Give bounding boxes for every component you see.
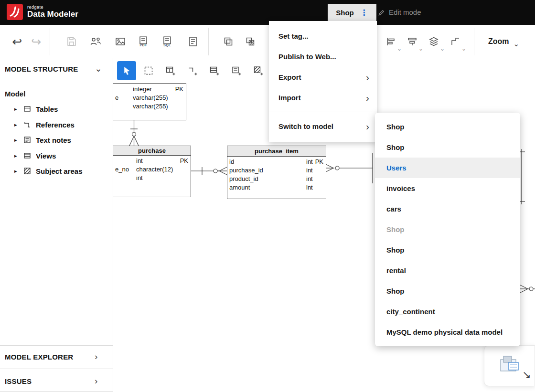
column-name: id: [229, 158, 234, 166]
sidebar-item-label: Tables: [36, 105, 58, 113]
model-explorer-header[interactable]: MODEL EXPLORER: [5, 353, 73, 361]
add-view-tool-button[interactable]: [205, 61, 224, 80]
expand-arrow-icon[interactable]: ▸: [14, 153, 19, 159]
column-key: PK: [315, 158, 323, 166]
distribute-button[interactable]: ⌄: [403, 32, 422, 51]
expand-arrow-icon[interactable]: ▸: [14, 122, 19, 128]
column-key: PK: [180, 157, 188, 165]
table-row: id int PK: [227, 158, 326, 166]
align-button[interactable]: ⌄: [381, 32, 400, 51]
menu-item-label: Import: [278, 94, 301, 102]
menu-item-publish-to-web[interactable]: Publish to Web...: [269, 46, 377, 67]
column-key: PK: [175, 85, 183, 94]
brand-name-label: Data Modeler: [27, 10, 78, 19]
pencil-icon: [378, 9, 385, 16]
sidebar-item-views[interactable]: ▸ Views: [14, 150, 56, 161]
chevron-right-icon[interactable]: ›: [95, 352, 97, 361]
sidebar-item-references[interactable]: ▸ References: [14, 119, 75, 130]
add-reference-tool-button[interactable]: [183, 61, 202, 80]
add-table-tool-button[interactable]: [161, 61, 180, 80]
chevron-down-icon[interactable]: ⌄: [95, 64, 102, 73]
expand-arrow-icon[interactable]: ▸: [14, 168, 19, 174]
model-context-menu: Set tag... Publish to Web... Export › Im…: [269, 21, 377, 142]
layers-button[interactable]: ⌄: [424, 32, 443, 51]
table-row: e varchar(255): [113, 94, 186, 102]
menu-item-label: Publish to Web...: [278, 53, 336, 61]
select-tool-button[interactable]: [117, 61, 136, 80]
report-button[interactable]: [183, 32, 203, 51]
submenu-item-label: Shop: [386, 123, 405, 131]
column-type: int: [136, 174, 143, 182]
model-structure-header[interactable]: MODEL STRUCTURE: [5, 65, 78, 73]
chevron-right-icon: ›: [366, 121, 369, 131]
submenu-item-shop-current: Shop: [375, 219, 520, 240]
sql-label: SQL: [163, 43, 171, 47]
menu-item-set-tag[interactable]: Set tag...: [269, 26, 377, 46]
chevron-right-icon[interactable]: ›: [95, 376, 97, 385]
menu-item-label: Set tag...: [278, 32, 309, 40]
undo-button[interactable]: ↩: [8, 32, 27, 51]
submenu-item-mysql-demo[interactable]: MySQL demo physical data model: [375, 322, 520, 342]
toolbar-separator: [474, 28, 474, 55]
table-title[interactable]: purchase: [113, 146, 191, 156]
collaborate-button[interactable]: [86, 32, 105, 51]
table-title[interactable]: purchase_item: [227, 146, 326, 157]
expand-arrow-icon[interactable]: ▸: [14, 106, 19, 112]
export-sql-button[interactable]: SQL: [158, 32, 177, 51]
entity-table-partial[interactable]: integer PK e varchar(255) varchar(255): [113, 83, 186, 120]
menu-item-switch-to-model[interactable]: Switch to model ›: [269, 116, 377, 137]
menu-item-label: Switch to model: [278, 122, 333, 130]
document-list-icon: [187, 36, 199, 47]
copy-as-subject-area-button[interactable]: [241, 32, 260, 51]
submenu-item-label: Shop: [386, 143, 405, 151]
redgate-logo-icon: [7, 4, 23, 20]
tree-root-model[interactable]: Model: [5, 90, 25, 98]
redo-button[interactable]: ↪: [27, 32, 46, 51]
menu-item-export[interactable]: Export ›: [269, 67, 377, 87]
submenu-item-rental[interactable]: rental: [375, 260, 520, 281]
brand-text: redgate Data Modeler: [27, 5, 78, 19]
copy-button[interactable]: [219, 32, 238, 51]
model-menu-button[interactable]: Shop ⋮: [328, 4, 376, 21]
sidebar-divider: [0, 391, 113, 392]
align-icon: [385, 36, 396, 47]
references-icon: [23, 121, 31, 128]
entity-table-purchase-item[interactable]: purchase_item id int PK purchase_id int …: [227, 146, 326, 199]
submenu-item-label: MySQL demo physical data model: [386, 328, 503, 336]
kebab-menu-icon[interactable]: ⋮: [360, 9, 368, 17]
export-image-button[interactable]: [111, 32, 130, 51]
zoom-control[interactable]: Zoom ⌄: [484, 25, 519, 58]
submenu-item-city-continent[interactable]: city_continent: [375, 301, 520, 322]
submenu-item-shop-2[interactable]: Shop: [375, 137, 520, 158]
add-subject-area-tool-button[interactable]: [249, 61, 268, 80]
submenu-item-invoices[interactable]: invoices: [375, 178, 520, 199]
submenu-item-shop-3[interactable]: Shop: [375, 240, 520, 260]
export-pdf-button[interactable]: PDF: [134, 32, 153, 51]
entity-table-purchase[interactable]: purchase int PK e_no character(12) int: [113, 146, 191, 197]
submenu-item-shop-1[interactable]: Shop: [375, 117, 520, 137]
expand-arrow-icon[interactable]: ▸: [14, 137, 19, 143]
switch-model-submenu: Shop Shop Users invoices cars Shop Shop …: [375, 113, 520, 346]
column-name: amount: [229, 183, 250, 192]
menu-item-import[interactable]: Import ›: [269, 87, 377, 108]
column-type: int: [306, 175, 313, 183]
sidebar-item-subject-areas[interactable]: ▸ Subject areas: [14, 165, 83, 177]
edit-mode-indicator[interactable]: Edit mode: [378, 8, 421, 16]
save-button[interactable]: [62, 32, 81, 51]
add-text-note-tool-button[interactable]: [227, 61, 246, 80]
marquee-select-tool-button[interactable]: [139, 61, 158, 80]
zoom-label: Zoom: [488, 37, 509, 46]
connector-style-button[interactable]: ⌄: [446, 32, 465, 51]
resize-handle-icon[interactable]: ↘: [522, 369, 531, 381]
sidebar-item-text-notes[interactable]: ▸ Text notes: [14, 134, 71, 146]
issues-header[interactable]: ISSUES: [5, 377, 32, 385]
submenu-item-users[interactable]: Users: [375, 158, 520, 178]
table-row: varchar(255): [113, 102, 186, 111]
table-row: int: [113, 174, 191, 182]
sidebar-item-tables[interactable]: ▸ Tables: [14, 103, 58, 115]
add-reference-icon: [187, 65, 198, 76]
sidebar-item-label: Views: [36, 152, 56, 160]
submenu-item-shop-4[interactable]: Shop: [375, 281, 520, 301]
submenu-item-cars[interactable]: cars: [375, 199, 520, 219]
brand-small-label: redgate: [27, 5, 78, 10]
